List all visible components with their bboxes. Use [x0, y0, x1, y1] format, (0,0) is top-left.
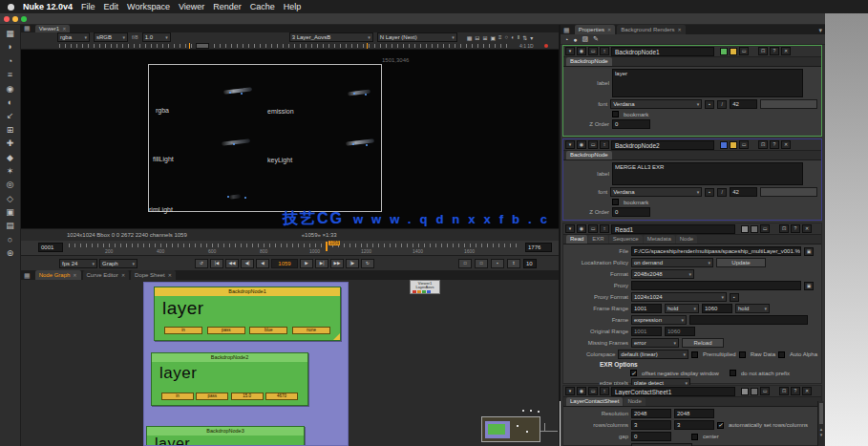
gap-field[interactable]: 0 — [631, 432, 671, 441]
minimize-panel-icon[interactable]: ▭ — [760, 387, 770, 395]
before-dropdown[interactable]: hold▾ — [665, 304, 699, 313]
metadata-icon[interactable]: ▣ — [2, 205, 19, 219]
frame-range-b-icon[interactable]: □ — [475, 259, 488, 268]
roi-icon[interactable]: ▣ — [490, 34, 496, 41]
tab-metadata[interactable]: Metadata — [644, 235, 675, 244]
file-browser-icon[interactable]: ▣ — [804, 282, 814, 290]
font-color-chip[interactable] — [751, 388, 758, 395]
backdrop-node-3[interactable]: BackdropNode3 layer — [146, 426, 305, 446]
backdrop-title[interactable]: BackdropNode1 — [155, 287, 340, 296]
float-panel-icon[interactable]: ⊡ — [758, 140, 768, 149]
float-panel-icon[interactable]: ⊡ — [779, 224, 789, 233]
range-end-field[interactable]: 1776 — [525, 243, 552, 252]
center-node-icon[interactable]: ◉ — [577, 387, 586, 395]
reload-button[interactable]: Reload — [682, 338, 724, 348]
play-backward-fast-button[interactable]: ◀◀ — [225, 259, 239, 268]
tab-node[interactable]: Node — [676, 235, 697, 244]
center-node-icon[interactable]: ◉ — [577, 224, 586, 233]
colorspace-dropdown[interactable]: default (linear)▾ — [618, 350, 688, 359]
apple-icon[interactable] — [8, 4, 14, 11]
tab-read[interactable]: Read — [566, 235, 587, 244]
graph-dropdown[interactable]: Graph▾ — [99, 259, 138, 268]
close-icon[interactable]: ✕ — [62, 26, 66, 32]
distant-node-dot[interactable] — [530, 410, 532, 412]
dag-navigator[interactable] — [481, 416, 540, 442]
help-icon[interactable]: ? — [770, 47, 779, 55]
close-window-button[interactable] — [4, 16, 10, 22]
minimize-panel-icon[interactable]: ▭ — [760, 224, 770, 233]
particles-icon[interactable]: ✶ — [2, 164, 19, 178]
filter-icon[interactable]: ◐ — [2, 96, 19, 109]
close-icon[interactable]: ✕ — [73, 272, 76, 278]
bookmark-checkbox[interactable] — [612, 111, 619, 117]
tab-node-graph[interactable]: Node Graph ✕ — [35, 270, 81, 280]
node-color-chip[interactable] — [720, 48, 728, 55]
file-path-field[interactable]: F:/CG/spaceship/render/multipass/spacesh… — [631, 246, 801, 256]
expand-icon[interactable]: ↕ — [600, 387, 609, 395]
node-color-chip[interactable] — [741, 388, 749, 395]
node-color-chip[interactable] — [720, 141, 728, 149]
tab-exr[interactable]: EXR — [588, 235, 607, 244]
menu-file[interactable]: File — [81, 2, 95, 11]
hide-input-icon[interactable]: ▭ — [588, 224, 598, 233]
child-node[interactable]: 15.0 — [231, 393, 264, 400]
node-menu-icon[interactable]: ▾ — [565, 47, 575, 55]
zoom-window-button[interactable] — [21, 16, 27, 22]
autoalpha-checkbox[interactable] — [778, 351, 785, 358]
node-name-field[interactable]: BackdropNode1 — [611, 47, 714, 56]
frame-range-a-icon[interactable]: □ — [458, 259, 472, 268]
font-dropdown[interactable]: Verdana▾ — [610, 99, 702, 109]
expand-icon[interactable]: ↕ — [600, 224, 609, 233]
goto-start-button[interactable]: |◀ — [210, 259, 223, 268]
menu-cache[interactable]: Cache — [250, 2, 275, 11]
playhead[interactable] — [326, 242, 328, 251]
center-node-icon[interactable]: ◉ — [577, 47, 586, 55]
menu-help[interactable]: Help — [284, 2, 302, 11]
font-color-button[interactable] — [760, 99, 817, 109]
offset-display-window-checkbox[interactable]: ✓ — [630, 370, 637, 376]
all-plugins-icon[interactable]: ⊛ — [2, 246, 19, 260]
next-frame-button[interactable]: ▶| — [315, 259, 328, 268]
play-forward-fast-button[interactable]: ▶▶ — [330, 259, 344, 268]
refresh-icon[interactable]: ⇅ — [522, 34, 527, 41]
font-dropdown[interactable]: Verdana▾ — [610, 187, 702, 197]
other-icon[interactable]: ○ — [2, 233, 19, 246]
pause-icon[interactable]: ‖ — [518, 34, 519, 41]
frame-slider-track[interactable] — [69, 244, 518, 247]
viewer-layer-dropdown[interactable]: rgba▾ — [57, 32, 90, 42]
update-button[interactable]: Update — [716, 258, 766, 267]
pane-menu-icon[interactable]: ▦ — [561, 27, 573, 34]
font-size-field[interactable]: 42 — [730, 99, 757, 109]
tab-backdropnode[interactable]: BackdropNode — [566, 151, 612, 159]
hide-input-icon[interactable]: ▭ — [588, 140, 598, 149]
deep-icon[interactable]: ◎ — [2, 178, 19, 191]
expand-icon[interactable]: ↕ — [600, 140, 609, 149]
rawdata-checkbox[interactable] — [739, 351, 746, 358]
range-start-field[interactable]: 0001 — [38, 243, 63, 252]
fullscreen-icon[interactable]: ↥ — [507, 259, 520, 268]
close-icon[interactable]: ✕ — [678, 27, 682, 32]
merge-icon[interactable]: ⊞ — [2, 123, 19, 137]
font-color-button[interactable] — [760, 187, 817, 197]
history-icon[interactable]: ◔ — [564, 36, 568, 43]
expand-icon[interactable]: ↕ — [600, 47, 609, 55]
last-frame-field[interactable]: 1060 — [702, 304, 732, 313]
center-node-icon[interactable]: ◉ — [577, 140, 586, 149]
columns-field[interactable]: 3 — [674, 420, 714, 430]
hide-input-icon[interactable]: ▭ — [588, 387, 598, 395]
close-icon[interactable]: ✕ — [121, 272, 125, 278]
minimize-panel-icon[interactable]: ▭ — [739, 47, 749, 55]
italic-button[interactable]: / — [717, 100, 727, 109]
hide-input-icon[interactable]: ▭ — [588, 47, 598, 55]
file-browser-icon[interactable]: ▣ — [804, 247, 814, 256]
auto-rows-columns-checkbox[interactable]: ✓ — [717, 422, 724, 429]
pause-a-icon[interactable]: ○ — [505, 34, 509, 41]
loop-button[interactable]: ↺ — [195, 259, 208, 268]
viewer-a-input-dropdown[interactable]: 3 Layer_AovsB▾ — [289, 32, 373, 42]
help-icon[interactable]: ? — [791, 387, 800, 395]
float-panel-icon[interactable]: ⊡ — [779, 387, 789, 395]
pane-options-icon[interactable]: ▾ — [815, 27, 825, 34]
viewer-settings-icon[interactable]: ▾ — [530, 34, 533, 41]
resolution-width-field[interactable]: 2048 — [631, 409, 671, 418]
help-icon[interactable]: ? — [770, 140, 779, 149]
